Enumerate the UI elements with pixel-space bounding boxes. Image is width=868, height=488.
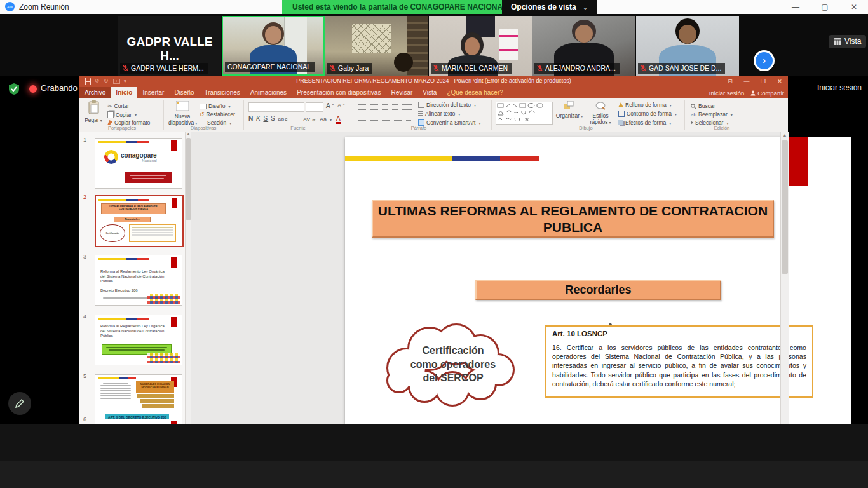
person-silhouette	[394, 53, 413, 72]
reset-button[interactable]: ↺Restablecer	[200, 111, 235, 118]
list-buttons[interactable]	[358, 103, 412, 110]
slide-thumbnail-3[interactable]: Reforma al Reglamento Ley Orgánica del S…	[95, 255, 182, 306]
group-parrafo: Párrafo	[355, 125, 482, 131]
quick-styles-icon	[595, 102, 606, 110]
reset-label: Restablecer	[207, 111, 235, 118]
cut-button[interactable]: ✂Cortar	[107, 103, 129, 109]
char-spacing-button[interactable]: AV⇄	[303, 116, 315, 123]
font-name-select[interactable]	[248, 102, 304, 112]
align-text-button[interactable]: Alinear texto	[418, 111, 460, 117]
maximize-button[interactable]: ▢	[812, 0, 837, 14]
tab-animaciones[interactable]: Animaciones	[245, 87, 292, 98]
quick-styles-label1: Estilos	[587, 112, 614, 119]
ppt-signin[interactable]: Iniciar sesión	[709, 90, 744, 97]
font-color-button[interactable]: A	[336, 116, 341, 124]
ppt-minimize-button[interactable]: —	[738, 76, 755, 87]
minimize-button[interactable]: —	[783, 0, 808, 14]
participant-name: MARIA DEL CARMEN	[442, 64, 508, 72]
person-face	[465, 37, 480, 55]
align-text-label: Alinear texto	[425, 111, 455, 117]
tab-insertar[interactable]: Insertar	[137, 87, 169, 98]
annotate-button[interactable]	[8, 392, 31, 415]
mini-title-banner: ULTIMAS REFORMAS AL REGLAMENTO DE CONTRA…	[101, 203, 166, 214]
next-participants-button[interactable]: ›	[754, 50, 775, 71]
participant-name: Gaby Jara	[338, 64, 369, 72]
mic-muted-icon	[537, 65, 543, 72]
tab-transiciones[interactable]: Transiciones	[200, 87, 245, 98]
slide[interactable]: ULTIMAS REFORMAS AL REGLAMENTO DE CONTRA…	[345, 137, 851, 424]
slide-scrollbar[interactable]: ▲	[780, 132, 789, 424]
slide-number: 1	[83, 137, 86, 143]
participant-tile-active[interactable]: CONAGOPARE NACIONAL	[222, 16, 325, 76]
new-slide-button[interactable]: Nueva diapositiva	[168, 101, 196, 126]
vista-button[interactable]: Vista	[829, 35, 866, 48]
participant-name: GADPR VALLE HERM...	[131, 64, 204, 72]
ppt-restore-button[interactable]: ❐	[755, 76, 771, 87]
find-button[interactable]: Buscar	[691, 103, 715, 109]
tab-revisar[interactable]: Revisar	[386, 87, 417, 98]
slide-thumbnail-1[interactable]: conagopare Nacional	[95, 138, 182, 189]
cloud-text: Certificación como operadores del SERCOP	[390, 344, 517, 385]
flag-stripe-yellow	[345, 156, 452, 161]
slides-panel: 1 conagopare Nacional 2 ULTIMAS	[79, 132, 191, 424]
participant-tile[interactable]: GAD SAN JOSE DE D...	[636, 16, 739, 76]
strikethrough-abc-button[interactable]: abc	[278, 116, 288, 122]
cut-label: Cortar	[114, 103, 130, 109]
shrink-font-label: A	[337, 102, 341, 109]
copy-button[interactable]: Copiar	[107, 111, 137, 118]
arrange-button[interactable]: Organizar	[555, 101, 584, 119]
quick-styles-button[interactable]: Estilos rápidos	[587, 101, 614, 125]
slide-thumbnail-2-selected[interactable]: ULTIMAS REFORMAS AL REGLAMENTO DE CONTRA…	[95, 195, 184, 247]
new-slide-icon	[176, 101, 189, 111]
replace-label: Reemplazar	[698, 111, 728, 118]
ribbon-options-button[interactable]: ⊡	[722, 76, 738, 87]
change-case-button[interactable]: Aa	[320, 116, 332, 123]
tab-inicio[interactable]: Inicio	[111, 87, 137, 98]
font-size-select[interactable]	[306, 102, 323, 112]
tab-tellme[interactable]: ¿Qué desea hacer?	[442, 87, 508, 98]
tab-archivo[interactable]: Archivo	[79, 87, 111, 98]
bold-button[interactable]: N	[248, 115, 254, 122]
shapes-gallery[interactable]	[496, 102, 553, 125]
shape-fill-button[interactable]: Relleno de forma	[618, 102, 672, 108]
thumb5-orange-box: NUMERALES INCLUYEN MODIFICAN ELIMINAN	[136, 381, 174, 393]
tab-presentacion[interactable]: Presentación con diapositivas	[292, 87, 386, 98]
replace-button[interactable]: abReemplazar	[691, 111, 733, 118]
mini-cloud: Certificación	[100, 224, 125, 242]
slide-thumbnail-5[interactable]: NUMERALES INCLUYEN MODIFICAN ELIMINAN AR…	[95, 374, 182, 425]
shrink-font-button[interactable]: Aˇ	[337, 102, 344, 109]
grow-font-button[interactable]: Aˆ	[326, 102, 334, 109]
recording-dot	[29, 85, 37, 93]
group-fuente: Fuente	[246, 125, 350, 131]
article-textbox[interactable]: Art. 10 LOSNCP 16. Certificar a los serv…	[545, 325, 813, 398]
participant-tile[interactable]: Gaby Jara	[325, 16, 428, 76]
paste-button[interactable]: Pegar	[84, 100, 103, 123]
slide-title-banner: ULTIMAS REFORMAS AL REGLAMENTO DE CONTRA…	[372, 200, 774, 238]
participant-tile[interactable]: GADPR VALLE H... GADPR VALLE HERM...	[118, 16, 221, 76]
alignment-buttons[interactable]	[358, 116, 411, 123]
signin-label[interactable]: Iniciar sesión	[817, 83, 862, 92]
text-direction-button[interactable]: Dirección del texto	[418, 102, 476, 108]
underline-button[interactable]: S	[263, 115, 268, 122]
italic-button[interactable]: K	[256, 115, 261, 122]
tab-vista[interactable]: Vista	[417, 87, 442, 98]
participant-tile[interactable]: MARIA DEL CARMEN	[429, 16, 532, 76]
tab-diseno[interactable]: Diseño	[169, 87, 199, 98]
participant-tile[interactable]: ALEJANDRO ANDRA...	[532, 16, 635, 76]
strike-button[interactable]: S	[271, 115, 276, 122]
view-options-button[interactable]: Opciones de vista⌄	[502, 0, 597, 14]
slide-thumbnail-4[interactable]: Reforma al Reglamento Ley Orgánica del S…	[95, 315, 182, 365]
font-format-buttons[interactable]: N K S S abc	[248, 115, 288, 122]
thumb4-title: Reforma al Reglamento Ley Orgánica del S…	[100, 324, 170, 339]
ppt-share-button[interactable]: Compartir	[750, 90, 784, 97]
shape-outline-button[interactable]: Contorno de forma	[618, 111, 677, 117]
thumb3-subtitle: Decreto Ejecutivo 206	[100, 288, 138, 292]
view-options-label: Opciones de vista	[511, 3, 576, 11]
close-button[interactable]: ✕	[841, 0, 867, 14]
security-shield-icon[interactable]	[8, 83, 20, 95]
president-badge	[125, 172, 172, 183]
slide-design-button[interactable]: Diseño	[200, 103, 230, 109]
recordarles-banner: Recordarles	[475, 280, 721, 300]
ppt-close-button[interactable]: ✕	[771, 76, 788, 87]
shape-fill-label: Relleno de forma	[625, 102, 667, 108]
